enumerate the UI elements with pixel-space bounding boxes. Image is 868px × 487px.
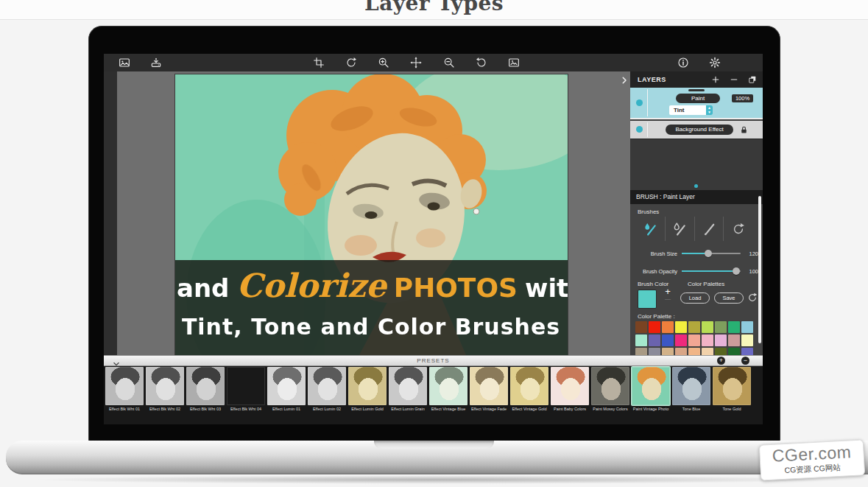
preset-thumbnail[interactable] (551, 367, 589, 405)
palette-swatch[interactable] (728, 321, 740, 333)
crop-icon[interactable] (313, 57, 325, 69)
preset-thumbnail[interactable] (510, 367, 548, 405)
preset-tone-gold[interactable]: Tone Gold (713, 367, 751, 424)
preset-thumbnail[interactable] (105, 367, 144, 405)
layer-mode-select[interactable]: Tint▲▼ (669, 105, 713, 115)
palette-swatch[interactable] (662, 334, 674, 346)
palette-swatch[interactable] (702, 321, 713, 333)
preset-label: Effect Blk Wht 01 (105, 407, 144, 412)
preset-label: Effect Lumin 01 (267, 407, 306, 412)
preset-thumbnail[interactable] (348, 367, 387, 405)
save-palette-button[interactable]: Save (714, 292, 744, 304)
panel-divider-dot[interactable] (694, 184, 698, 188)
preset-effect-vintage-blue[interactable]: Effect Vintage Blue (429, 367, 467, 424)
palette-swatch[interactable] (662, 321, 674, 333)
preset-paint-vintage-photo[interactable]: Paint Vintage Photo (632, 367, 670, 424)
tint-brush-icon[interactable] (636, 217, 666, 241)
layer-drag-handle[interactable] (688, 89, 705, 91)
remove-preset-button[interactable]: − (741, 357, 749, 365)
remove-color-button[interactable]: — (663, 296, 672, 302)
preset-thumbnail[interactable] (308, 367, 346, 405)
layer-visibility-dot[interactable] (636, 99, 643, 106)
rotate-right-icon[interactable] (476, 57, 487, 69)
preset-thumbnail[interactable] (672, 367, 710, 405)
slider-thumb[interactable] (733, 267, 740, 275)
palette-swatch[interactable] (688, 321, 700, 333)
rotate-left-icon[interactable] (345, 57, 357, 69)
settings-icon[interactable] (709, 57, 721, 69)
palette-swatch[interactable] (741, 321, 753, 333)
preset-thumbnail[interactable] (227, 367, 265, 405)
open-image-icon[interactable] (119, 57, 130, 69)
remove-layer-icon[interactable] (730, 75, 738, 84)
reset-palette-icon[interactable] (747, 292, 758, 304)
palette-swatch[interactable] (635, 334, 647, 346)
palette-swatch[interactable] (675, 334, 687, 346)
lock-icon[interactable] (739, 125, 749, 134)
preset-effect-blk-wht-03[interactable]: Effect Blk Wht 03 (186, 367, 225, 424)
layer-row-background-effect[interactable]: Background Effect (630, 121, 763, 139)
laptop-screen: HandColorizePHOTOSwith Tint, Tone and Co… (88, 26, 780, 442)
slider-track[interactable] (682, 253, 741, 254)
preset-thumbnail[interactable] (389, 367, 427, 405)
preset-effect-blk-wht-01[interactable]: Effect Blk Wht 01 (105, 367, 144, 424)
palette-swatch[interactable] (675, 321, 687, 333)
slider-thumb[interactable] (705, 250, 712, 257)
reset-brush-icon[interactable] (724, 217, 752, 241)
palette-swatch[interactable] (715, 334, 727, 346)
preset-paint-baby-colors[interactable]: Paint Baby Colors (551, 367, 589, 424)
preset-label: Effect Vintage Blue (429, 407, 467, 412)
layer-name-button[interactable]: Paint (676, 94, 720, 103)
preset-thumbnail[interactable] (429, 367, 467, 405)
preset-effect-lumin-gold[interactable]: Effect Lumin Gold (348, 367, 387, 424)
preset-effect-vintage-fade[interactable]: Effect Vintage Fade (470, 367, 508, 424)
load-palette-button[interactable]: Load (680, 292, 710, 304)
duplicate-layer-icon[interactable] (748, 75, 757, 84)
zoom-in-icon[interactable] (378, 57, 389, 69)
layer-name-button[interactable]: Background Effect (666, 125, 733, 135)
preset-paint-mossy-colors[interactable]: Paint Mossy Colors (591, 367, 629, 424)
palette-swatch[interactable] (635, 321, 647, 333)
zoom-out-icon[interactable] (443, 57, 455, 69)
palette-swatch[interactable] (649, 334, 660, 346)
preset-thumbnail[interactable] (470, 367, 508, 405)
panel-scrollbar[interactable] (758, 196, 761, 343)
preset-thumbnail[interactable] (186, 367, 225, 405)
select-arrows-icon[interactable]: ▲▼ (706, 105, 713, 115)
layer-opacity-badge[interactable]: 100% (732, 94, 753, 102)
add-color-button[interactable]: +— (663, 287, 672, 302)
collapse-panel-icon[interactable] (620, 76, 629, 85)
info-icon[interactable] (677, 57, 689, 69)
layer-row-paint[interactable]: Paint 100% Tint▲▼ (630, 88, 763, 119)
palette-swatch[interactable] (741, 334, 753, 346)
preset-effect-lumin-grain[interactable]: Effect Lumin Grain (389, 367, 427, 424)
preset-thumbnail[interactable] (713, 367, 751, 405)
preset-thumbnail[interactable] (591, 367, 629, 405)
brush-color-swatch[interactable] (638, 290, 657, 309)
preview-icon[interactable] (508, 57, 520, 69)
layer-visibility-dot[interactable] (636, 126, 643, 133)
add-layer-icon[interactable] (711, 75, 720, 84)
preset-effect-vintage-gold[interactable]: Effect Vintage Gold (510, 367, 548, 424)
preset-effect-blk-wht-04[interactable]: Effect Blk Wht 04 (227, 367, 265, 424)
preset-effect-blk-wht-02[interactable]: Effect Blk Wht 02 (146, 367, 184, 424)
preset-thumbnail[interactable] (267, 367, 306, 405)
palette-swatch[interactable] (728, 334, 740, 346)
preset-tone-blue[interactable]: Tone Blue (672, 367, 710, 424)
canvas-photo[interactable]: HandColorizePHOTOSwith Tint, Tone and Co… (175, 74, 568, 355)
slider-track[interactable] (682, 270, 741, 272)
tone-brush-icon[interactable] (666, 217, 695, 241)
preset-thumbnail[interactable] (632, 367, 670, 405)
palette-swatch[interactable] (702, 334, 713, 346)
palette-swatch[interactable] (688, 334, 700, 346)
move-icon[interactable] (410, 57, 422, 69)
palette-swatch[interactable] (715, 321, 727, 333)
color-brush-icon[interactable] (695, 217, 724, 241)
add-preset-button[interactable]: + (717, 357, 725, 365)
preset-effect-lumin-01[interactable]: Effect Lumin 01 (267, 367, 306, 424)
preset-effect-lumin-02[interactable]: Effect Lumin 02 (308, 367, 346, 424)
canvas-area[interactable]: HandColorizePHOTOSwith Tint, Tone and Co… (117, 71, 630, 355)
palette-swatch[interactable] (649, 321, 660, 333)
preset-thumbnail[interactable] (146, 367, 184, 405)
save-icon[interactable] (150, 57, 162, 69)
